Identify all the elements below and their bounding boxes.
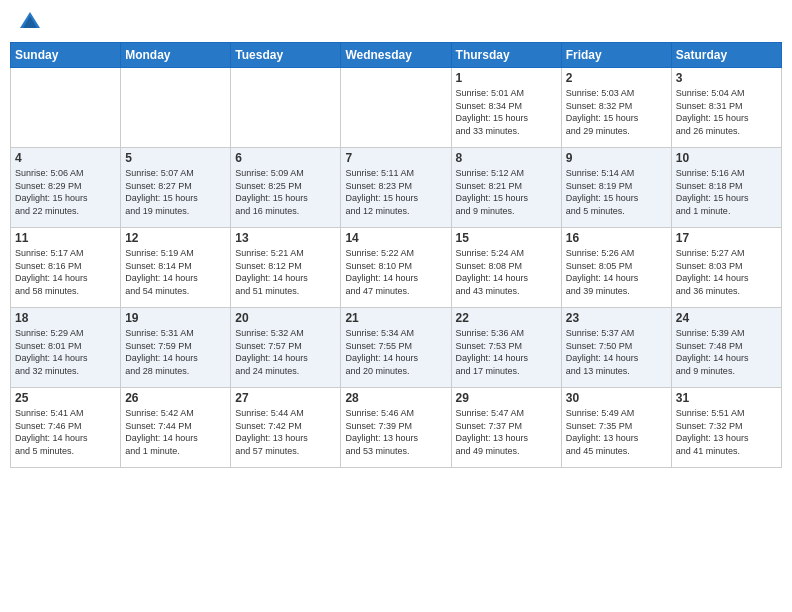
day-info: Sunrise: 5:27 AM Sunset: 8:03 PM Dayligh… (676, 247, 777, 297)
day-info: Sunrise: 5:16 AM Sunset: 8:18 PM Dayligh… (676, 167, 777, 217)
calendar-cell: 8Sunrise: 5:12 AM Sunset: 8:21 PM Daylig… (451, 148, 561, 228)
day-number: 21 (345, 311, 446, 325)
day-info: Sunrise: 5:49 AM Sunset: 7:35 PM Dayligh… (566, 407, 667, 457)
day-number: 29 (456, 391, 557, 405)
day-info: Sunrise: 5:29 AM Sunset: 8:01 PM Dayligh… (15, 327, 116, 377)
day-number: 27 (235, 391, 336, 405)
calendar-cell: 24Sunrise: 5:39 AM Sunset: 7:48 PM Dayli… (671, 308, 781, 388)
day-info: Sunrise: 5:34 AM Sunset: 7:55 PM Dayligh… (345, 327, 446, 377)
calendar-table: SundayMondayTuesdayWednesdayThursdayFrid… (10, 42, 782, 468)
calendar-cell: 23Sunrise: 5:37 AM Sunset: 7:50 PM Dayli… (561, 308, 671, 388)
calendar-week-2: 4Sunrise: 5:06 AM Sunset: 8:29 PM Daylig… (11, 148, 782, 228)
calendar-cell (11, 68, 121, 148)
calendar-cell: 22Sunrise: 5:36 AM Sunset: 7:53 PM Dayli… (451, 308, 561, 388)
calendar-cell: 19Sunrise: 5:31 AM Sunset: 7:59 PM Dayli… (121, 308, 231, 388)
day-info: Sunrise: 5:22 AM Sunset: 8:10 PM Dayligh… (345, 247, 446, 297)
calendar-cell: 28Sunrise: 5:46 AM Sunset: 7:39 PM Dayli… (341, 388, 451, 468)
day-info: Sunrise: 5:19 AM Sunset: 8:14 PM Dayligh… (125, 247, 226, 297)
weekday-header-thursday: Thursday (451, 43, 561, 68)
day-number: 19 (125, 311, 226, 325)
calendar-cell (231, 68, 341, 148)
day-info: Sunrise: 5:41 AM Sunset: 7:46 PM Dayligh… (15, 407, 116, 457)
calendar-cell: 4Sunrise: 5:06 AM Sunset: 8:29 PM Daylig… (11, 148, 121, 228)
day-number: 18 (15, 311, 116, 325)
calendar-week-3: 11Sunrise: 5:17 AM Sunset: 8:16 PM Dayli… (11, 228, 782, 308)
day-info: Sunrise: 5:37 AM Sunset: 7:50 PM Dayligh… (566, 327, 667, 377)
day-info: Sunrise: 5:04 AM Sunset: 8:31 PM Dayligh… (676, 87, 777, 137)
calendar-cell: 9Sunrise: 5:14 AM Sunset: 8:19 PM Daylig… (561, 148, 671, 228)
calendar-cell: 26Sunrise: 5:42 AM Sunset: 7:44 PM Dayli… (121, 388, 231, 468)
calendar-cell: 10Sunrise: 5:16 AM Sunset: 8:18 PM Dayli… (671, 148, 781, 228)
calendar-week-1: 1Sunrise: 5:01 AM Sunset: 8:34 PM Daylig… (11, 68, 782, 148)
day-info: Sunrise: 5:12 AM Sunset: 8:21 PM Dayligh… (456, 167, 557, 217)
day-info: Sunrise: 5:01 AM Sunset: 8:34 PM Dayligh… (456, 87, 557, 137)
calendar-cell: 18Sunrise: 5:29 AM Sunset: 8:01 PM Dayli… (11, 308, 121, 388)
day-number: 17 (676, 231, 777, 245)
calendar-cell: 31Sunrise: 5:51 AM Sunset: 7:32 PM Dayli… (671, 388, 781, 468)
weekday-header-row: SundayMondayTuesdayWednesdayThursdayFrid… (11, 43, 782, 68)
calendar-cell: 7Sunrise: 5:11 AM Sunset: 8:23 PM Daylig… (341, 148, 451, 228)
calendar-cell: 14Sunrise: 5:22 AM Sunset: 8:10 PM Dayli… (341, 228, 451, 308)
logo-icon (18, 10, 42, 34)
day-number: 6 (235, 151, 336, 165)
calendar-cell: 13Sunrise: 5:21 AM Sunset: 8:12 PM Dayli… (231, 228, 341, 308)
day-number: 1 (456, 71, 557, 85)
weekday-header-monday: Monday (121, 43, 231, 68)
calendar-week-4: 18Sunrise: 5:29 AM Sunset: 8:01 PM Dayli… (11, 308, 782, 388)
day-info: Sunrise: 5:09 AM Sunset: 8:25 PM Dayligh… (235, 167, 336, 217)
calendar-cell: 6Sunrise: 5:09 AM Sunset: 8:25 PM Daylig… (231, 148, 341, 228)
day-number: 12 (125, 231, 226, 245)
day-info: Sunrise: 5:47 AM Sunset: 7:37 PM Dayligh… (456, 407, 557, 457)
day-info: Sunrise: 5:39 AM Sunset: 7:48 PM Dayligh… (676, 327, 777, 377)
day-number: 28 (345, 391, 446, 405)
day-info: Sunrise: 5:21 AM Sunset: 8:12 PM Dayligh… (235, 247, 336, 297)
day-info: Sunrise: 5:14 AM Sunset: 8:19 PM Dayligh… (566, 167, 667, 217)
page-header (10, 10, 782, 34)
day-info: Sunrise: 5:17 AM Sunset: 8:16 PM Dayligh… (15, 247, 116, 297)
day-number: 26 (125, 391, 226, 405)
day-info: Sunrise: 5:26 AM Sunset: 8:05 PM Dayligh… (566, 247, 667, 297)
day-number: 22 (456, 311, 557, 325)
day-info: Sunrise: 5:11 AM Sunset: 8:23 PM Dayligh… (345, 167, 446, 217)
day-number: 7 (345, 151, 446, 165)
weekday-header-tuesday: Tuesday (231, 43, 341, 68)
calendar-cell: 16Sunrise: 5:26 AM Sunset: 8:05 PM Dayli… (561, 228, 671, 308)
calendar-cell: 11Sunrise: 5:17 AM Sunset: 8:16 PM Dayli… (11, 228, 121, 308)
calendar-cell: 15Sunrise: 5:24 AM Sunset: 8:08 PM Dayli… (451, 228, 561, 308)
calendar-cell: 20Sunrise: 5:32 AM Sunset: 7:57 PM Dayli… (231, 308, 341, 388)
calendar-cell (341, 68, 451, 148)
day-info: Sunrise: 5:24 AM Sunset: 8:08 PM Dayligh… (456, 247, 557, 297)
calendar-cell: 1Sunrise: 5:01 AM Sunset: 8:34 PM Daylig… (451, 68, 561, 148)
weekday-header-wednesday: Wednesday (341, 43, 451, 68)
day-number: 24 (676, 311, 777, 325)
calendar-week-5: 25Sunrise: 5:41 AM Sunset: 7:46 PM Dayli… (11, 388, 782, 468)
calendar-cell: 21Sunrise: 5:34 AM Sunset: 7:55 PM Dayli… (341, 308, 451, 388)
weekday-header-friday: Friday (561, 43, 671, 68)
calendar-cell: 2Sunrise: 5:03 AM Sunset: 8:32 PM Daylig… (561, 68, 671, 148)
calendar-cell: 25Sunrise: 5:41 AM Sunset: 7:46 PM Dayli… (11, 388, 121, 468)
weekday-header-saturday: Saturday (671, 43, 781, 68)
day-info: Sunrise: 5:42 AM Sunset: 7:44 PM Dayligh… (125, 407, 226, 457)
day-info: Sunrise: 5:36 AM Sunset: 7:53 PM Dayligh… (456, 327, 557, 377)
day-number: 23 (566, 311, 667, 325)
day-number: 30 (566, 391, 667, 405)
calendar-cell: 5Sunrise: 5:07 AM Sunset: 8:27 PM Daylig… (121, 148, 231, 228)
calendar-cell: 29Sunrise: 5:47 AM Sunset: 7:37 PM Dayli… (451, 388, 561, 468)
day-number: 31 (676, 391, 777, 405)
day-info: Sunrise: 5:31 AM Sunset: 7:59 PM Dayligh… (125, 327, 226, 377)
day-number: 5 (125, 151, 226, 165)
day-number: 8 (456, 151, 557, 165)
day-number: 13 (235, 231, 336, 245)
calendar-cell: 12Sunrise: 5:19 AM Sunset: 8:14 PM Dayli… (121, 228, 231, 308)
calendar-cell: 17Sunrise: 5:27 AM Sunset: 8:03 PM Dayli… (671, 228, 781, 308)
day-info: Sunrise: 5:51 AM Sunset: 7:32 PM Dayligh… (676, 407, 777, 457)
day-number: 14 (345, 231, 446, 245)
calendar-cell (121, 68, 231, 148)
day-number: 11 (15, 231, 116, 245)
logo (14, 10, 46, 34)
day-number: 16 (566, 231, 667, 245)
calendar-cell: 30Sunrise: 5:49 AM Sunset: 7:35 PM Dayli… (561, 388, 671, 468)
calendar-cell: 3Sunrise: 5:04 AM Sunset: 8:31 PM Daylig… (671, 68, 781, 148)
calendar-cell: 27Sunrise: 5:44 AM Sunset: 7:42 PM Dayli… (231, 388, 341, 468)
day-info: Sunrise: 5:03 AM Sunset: 8:32 PM Dayligh… (566, 87, 667, 137)
